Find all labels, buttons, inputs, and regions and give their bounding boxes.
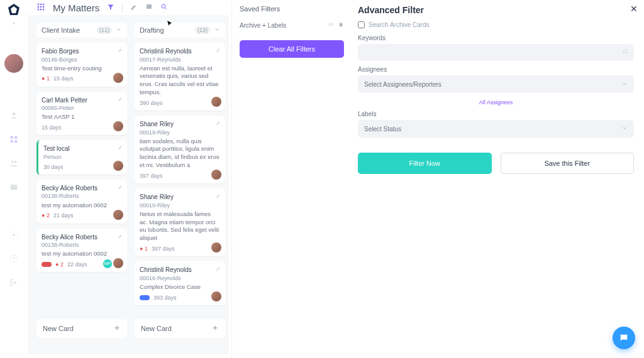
new-card-button[interactable]: New Card: [36, 319, 127, 338]
left-sidebar: › ?: [0, 0, 28, 358]
svg-rect-1: [11, 136, 13, 139]
card[interactable]: Fabio Borges00146-BorgesTest time-entry …: [36, 43, 127, 87]
chevron-down-icon[interactable]: [116, 26, 122, 34]
filter-icon[interactable]: [107, 3, 114, 13]
svg-rect-15: [40, 6, 42, 7]
save-this-filter-button[interactable]: Save this Filter: [501, 153, 635, 174]
card[interactable]: Shane Riley00010-RileyNetus et malesuada…: [135, 188, 225, 256]
column-header[interactable]: Drafting (13): [135, 23, 225, 38]
panel-collapse-icon[interactable]: ›: [13, 20, 15, 26]
card-list: Fabio Borges00146-BorgesTest time-entry …: [36, 38, 127, 354]
nav-help-icon[interactable]: ?: [9, 254, 19, 264]
card[interactable]: Shane Riley00019-Rileytiam sodales, null…: [135, 116, 225, 183]
card-reference: 00065-Petter: [42, 104, 122, 112]
edit-icon[interactable]: [216, 46, 221, 55]
trash-icon[interactable]: [338, 21, 344, 29]
nav-mail-icon[interactable]: [9, 182, 19, 192]
column-count: (13): [195, 26, 210, 34]
card-meta: 393 days: [140, 294, 220, 301]
archive-checkbox-input[interactable]: [358, 21, 365, 28]
nav-contacts-icon[interactable]: [9, 111, 19, 121]
labels-select[interactable]: Select Status: [358, 120, 634, 138]
edit-icon[interactable]: [118, 232, 123, 241]
archive-checkbox-label: Search Archive Cards: [369, 21, 430, 28]
edit-icon[interactable]: [216, 265, 221, 274]
avatar: [211, 291, 221, 301]
advanced-filter-col: ✕ Advanced Filter Search Archive Cards K…: [352, 0, 644, 358]
card-name: Shane Riley: [140, 120, 220, 129]
search-icon[interactable]: [160, 3, 168, 13]
card-reference: 00019-Riley: [140, 129, 220, 136]
card-desc: Aenean est nulla, laoreet et venenatis q…: [140, 65, 220, 97]
search-icon: [622, 48, 629, 57]
edit-icon[interactable]: [118, 46, 123, 55]
close-icon[interactable]: ✕: [630, 4, 638, 14]
card[interactable]: Carl Mark Petter00065-PetterTest AASP 11…: [36, 92, 127, 136]
edit-icon[interactable]: [118, 183, 123, 192]
saved-filters-title: Saved Filters: [240, 5, 344, 13]
page-title: My Matters: [53, 3, 99, 13]
chevron-down-icon[interactable]: [214, 26, 220, 34]
svg-rect-20: [147, 4, 152, 9]
card-name: Becky Alice Roberts: [42, 233, 122, 242]
nav-settings-icon[interactable]: [9, 230, 19, 240]
svg-rect-3: [11, 140, 13, 143]
saved-filters-col: Saved Filters Archive + Labels Clear All…: [232, 0, 352, 358]
column-title: Client Intake: [42, 26, 80, 34]
card[interactable]: Christinli Reynolds00016-ReynoldsComplex…: [135, 261, 225, 305]
saved-filter-name: Archive + Labels: [240, 22, 286, 29]
card-name: Becky Alice Roberts: [42, 184, 122, 193]
app-logo[interactable]: [6, 3, 21, 18]
svg-point-22: [328, 23, 333, 26]
nav-logout-icon[interactable]: [9, 278, 19, 288]
eye-icon[interactable]: [328, 21, 334, 29]
card-meta: 397 days: [140, 172, 220, 180]
assignees-select[interactable]: Select Assignees/Reporters: [358, 75, 634, 93]
chat-bubble-button[interactable]: [613, 327, 635, 349]
filter-now-button[interactable]: Filter Now: [358, 153, 492, 174]
card-meta: ● 115 days: [42, 75, 122, 82]
chevron-down-icon: [621, 125, 628, 133]
edit-icon[interactable]: [118, 95, 123, 104]
svg-rect-7: [11, 185, 18, 190]
note-icon[interactable]: [145, 3, 153, 13]
svg-rect-13: [43, 3, 44, 4]
column-header[interactable]: Client Intake (11): [36, 23, 127, 38]
edit-icon[interactable]: [216, 119, 221, 128]
clear-all-filters-button[interactable]: Clear All Filters: [240, 40, 344, 58]
card[interactable]: Becky Alice Roberts00138-Robertstest my …: [36, 180, 127, 224]
card[interactable]: Becky Alice Roberts00138-Robertstest my …: [36, 229, 127, 273]
nav-boards-icon[interactable]: [9, 134, 19, 144]
svg-point-0: [13, 112, 16, 116]
card-meta: ● 1397 days: [140, 245, 220, 252]
card-reference: 00010-Riley: [140, 202, 220, 209]
edit-icon[interactable]: [216, 192, 221, 201]
card-name: Carl Mark Petter: [42, 96, 122, 105]
svg-point-21: [162, 4, 165, 8]
new-card-button[interactable]: New Card: [135, 319, 225, 338]
card-name: Shane Riley: [140, 193, 220, 202]
svg-rect-18: [40, 8, 42, 9]
card[interactable]: Test localPerson30 days: [36, 140, 127, 175]
svg-rect-14: [38, 6, 39, 7]
edit-icon[interactable]: [130, 3, 138, 13]
plus-icon: [211, 324, 219, 333]
avatar: [113, 161, 123, 171]
keywords-input[interactable]: [358, 44, 634, 61]
apps-icon[interactable]: [36, 3, 45, 13]
svg-text:?: ?: [13, 256, 15, 261]
nav-people-icon[interactable]: [9, 158, 19, 168]
kanban-board: Client Intake (11) Fabio Borges00146-Bor…: [28, 15, 229, 354]
card-name: Fabio Borges: [42, 47, 122, 56]
card[interactable]: Christinli Reynolds00017-ReynoldsAenean …: [135, 43, 225, 111]
all-assignees-link[interactable]: All Assignees: [358, 99, 634, 106]
user-avatar[interactable]: [4, 54, 23, 73]
search-archive-checkbox[interactable]: Search Archive Cards: [358, 21, 634, 28]
saved-filter-row[interactable]: Archive + Labels: [240, 19, 344, 31]
svg-rect-11: [38, 3, 39, 4]
avatar: [113, 73, 123, 83]
new-card-label: New Card: [43, 325, 74, 332]
card-meta: ● 221 days: [42, 212, 122, 219]
nav-reports-icon[interactable]: [9, 206, 19, 216]
edit-icon[interactable]: [118, 144, 123, 153]
